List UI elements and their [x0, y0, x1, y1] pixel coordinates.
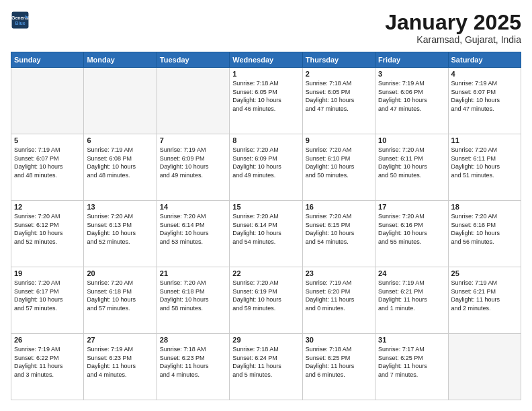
month-title: January 2025 — [385, 11, 521, 34]
week-row-4: 19Sunrise: 7:20 AM Sunset: 6:17 PM Dayli… — [11, 267, 521, 334]
day-info: Sunrise: 7:20 AM Sunset: 6:15 PM Dayligh… — [306, 212, 372, 246]
day-info: Sunrise: 7:20 AM Sunset: 6:16 PM Dayligh… — [451, 212, 518, 246]
cell-w2-d2: 7Sunrise: 7:19 AM Sunset: 6:09 PM Daylig… — [157, 134, 229, 201]
cell-w2-d1: 6Sunrise: 7:19 AM Sunset: 6:08 PM Daylig… — [84, 134, 157, 201]
cell-w4-d4: 23Sunrise: 7:19 AM Sunset: 6:20 PM Dayli… — [302, 267, 375, 334]
calendar-table: Sunday Monday Tuesday Wednesday Thursday… — [11, 52, 521, 400]
cell-w2-d4: 9Sunrise: 7:20 AM Sunset: 6:10 PM Daylig… — [302, 134, 375, 201]
day-number: 14 — [160, 203, 226, 211]
col-friday: Friday — [375, 52, 448, 68]
header-row: Sunday Monday Tuesday Wednesday Thursday… — [11, 52, 521, 68]
day-number: 24 — [378, 269, 445, 277]
cell-w4-d6: 25Sunrise: 7:19 AM Sunset: 6:21 PM Dayli… — [448, 267, 521, 334]
day-number: 17 — [378, 203, 445, 211]
day-info: Sunrise: 7:19 AM Sunset: 6:06 PM Dayligh… — [378, 79, 445, 113]
cell-w5-d3: 29Sunrise: 7:18 AM Sunset: 6:24 PM Dayli… — [230, 334, 302, 400]
day-number: 28 — [160, 336, 226, 344]
cell-w5-d6 — [448, 334, 521, 400]
day-info: Sunrise: 7:20 AM Sunset: 6:17 PM Dayligh… — [14, 279, 81, 312]
day-info: Sunrise: 7:20 AM Sunset: 6:19 PM Dayligh… — [232, 279, 299, 312]
cell-w2-d6: 11Sunrise: 7:20 AM Sunset: 6:11 PM Dayli… — [448, 134, 521, 201]
title-block: January 2025 Karamsad, Gujarat, India — [385, 11, 521, 45]
day-info: Sunrise: 7:19 AM Sunset: 6:09 PM Dayligh… — [160, 146, 226, 179]
cell-w4-d2: 21Sunrise: 7:20 AM Sunset: 6:18 PM Dayli… — [157, 267, 229, 334]
cell-w1-d2 — [157, 68, 229, 134]
week-row-3: 12Sunrise: 7:20 AM Sunset: 6:12 PM Dayli… — [11, 201, 521, 267]
day-info: Sunrise: 7:20 AM Sunset: 6:13 PM Dayligh… — [87, 212, 153, 246]
day-info: Sunrise: 7:20 AM Sunset: 6:10 PM Dayligh… — [306, 146, 372, 179]
col-sunday: Sunday — [11, 52, 84, 68]
day-info: Sunrise: 7:18 AM Sunset: 6:05 PM Dayligh… — [306, 79, 372, 113]
day-number: 12 — [14, 203, 81, 211]
cell-w2-d0: 5Sunrise: 7:19 AM Sunset: 6:07 PM Daylig… — [11, 134, 84, 201]
cell-w5-d0: 26Sunrise: 7:19 AM Sunset: 6:22 PM Dayli… — [11, 334, 84, 400]
day-number: 27 — [87, 336, 153, 344]
cell-w3-d0: 12Sunrise: 7:20 AM Sunset: 6:12 PM Dayli… — [11, 201, 84, 267]
day-number: 26 — [14, 336, 81, 344]
day-info: Sunrise: 7:20 AM Sunset: 6:14 PM Dayligh… — [232, 212, 299, 246]
cell-w2-d5: 10Sunrise: 7:20 AM Sunset: 6:11 PM Dayli… — [375, 134, 448, 201]
day-number: 1 — [232, 70, 299, 78]
day-number: 2 — [306, 70, 372, 78]
cell-w3-d6: 18Sunrise: 7:20 AM Sunset: 6:16 PM Dayli… — [448, 201, 521, 267]
day-info: Sunrise: 7:18 AM Sunset: 6:24 PM Dayligh… — [232, 345, 299, 379]
col-monday: Monday — [84, 52, 157, 68]
day-number: 30 — [306, 336, 372, 344]
day-number: 20 — [87, 269, 153, 277]
day-info: Sunrise: 7:20 AM Sunset: 6:14 PM Dayligh… — [160, 212, 226, 246]
day-number: 11 — [451, 136, 518, 144]
day-number: 21 — [160, 269, 226, 277]
col-thursday: Thursday — [302, 52, 375, 68]
cell-w5-d4: 30Sunrise: 7:18 AM Sunset: 6:25 PM Dayli… — [302, 334, 375, 400]
logo-icon: General Blue — [11, 11, 30, 30]
day-number: 29 — [232, 336, 299, 344]
cell-w1-d6: 4Sunrise: 7:19 AM Sunset: 6:07 PM Daylig… — [448, 68, 521, 134]
cell-w3-d2: 14Sunrise: 7:20 AM Sunset: 6:14 PM Dayli… — [157, 201, 229, 267]
cell-w5-d1: 27Sunrise: 7:19 AM Sunset: 6:23 PM Dayli… — [84, 334, 157, 400]
day-info: Sunrise: 7:20 AM Sunset: 6:11 PM Dayligh… — [451, 146, 518, 179]
day-info: Sunrise: 7:20 AM Sunset: 6:18 PM Dayligh… — [160, 279, 226, 312]
cell-w3-d3: 15Sunrise: 7:20 AM Sunset: 6:14 PM Dayli… — [230, 201, 302, 267]
cell-w1-d0 — [11, 68, 84, 134]
day-info: Sunrise: 7:19 AM Sunset: 6:07 PM Dayligh… — [14, 146, 81, 179]
cell-w5-d5: 31Sunrise: 7:17 AM Sunset: 6:25 PM Dayli… — [375, 334, 448, 400]
cell-w3-d5: 17Sunrise: 7:20 AM Sunset: 6:16 PM Dayli… — [375, 201, 448, 267]
day-number: 6 — [87, 136, 153, 144]
week-row-5: 26Sunrise: 7:19 AM Sunset: 6:22 PM Dayli… — [11, 334, 521, 400]
day-number: 19 — [14, 269, 81, 277]
day-info: Sunrise: 7:19 AM Sunset: 6:20 PM Dayligh… — [306, 279, 372, 312]
cell-w3-d4: 16Sunrise: 7:20 AM Sunset: 6:15 PM Dayli… — [302, 201, 375, 267]
cell-w1-d3: 1Sunrise: 7:18 AM Sunset: 6:05 PM Daylig… — [230, 68, 302, 134]
cell-w5-d2: 28Sunrise: 7:18 AM Sunset: 6:23 PM Dayli… — [157, 334, 229, 400]
cell-w4-d1: 20Sunrise: 7:20 AM Sunset: 6:18 PM Dayli… — [84, 267, 157, 334]
cell-w1-d1 — [84, 68, 157, 134]
day-number: 7 — [160, 136, 226, 144]
day-number: 10 — [378, 136, 445, 144]
day-info: Sunrise: 7:19 AM Sunset: 6:21 PM Dayligh… — [378, 279, 445, 312]
day-number: 25 — [451, 269, 518, 277]
day-number: 23 — [306, 269, 372, 277]
day-number: 5 — [14, 136, 81, 144]
day-info: Sunrise: 7:19 AM Sunset: 6:08 PM Dayligh… — [87, 146, 153, 179]
cell-w4-d0: 19Sunrise: 7:20 AM Sunset: 6:17 PM Dayli… — [11, 267, 84, 334]
week-row-1: 1Sunrise: 7:18 AM Sunset: 6:05 PM Daylig… — [11, 68, 521, 134]
col-wednesday: Wednesday — [230, 52, 302, 68]
day-info: Sunrise: 7:20 AM Sunset: 6:16 PM Dayligh… — [378, 212, 445, 246]
day-info: Sunrise: 7:18 AM Sunset: 6:05 PM Dayligh… — [232, 79, 299, 113]
cell-w4-d3: 22Sunrise: 7:20 AM Sunset: 6:19 PM Dayli… — [230, 267, 302, 334]
logo: General Blue — [11, 11, 30, 30]
day-info: Sunrise: 7:19 AM Sunset: 6:07 PM Dayligh… — [451, 79, 518, 113]
cell-w4-d5: 24Sunrise: 7:19 AM Sunset: 6:21 PM Dayli… — [375, 267, 448, 334]
day-number: 3 — [378, 70, 445, 78]
cell-w1-d4: 2Sunrise: 7:18 AM Sunset: 6:05 PM Daylig… — [302, 68, 375, 134]
day-info: Sunrise: 7:18 AM Sunset: 6:25 PM Dayligh… — [306, 345, 372, 379]
day-number: 8 — [232, 136, 299, 144]
day-info: Sunrise: 7:17 AM Sunset: 6:25 PM Dayligh… — [378, 345, 445, 379]
cell-w1-d5: 3Sunrise: 7:19 AM Sunset: 6:06 PM Daylig… — [375, 68, 448, 134]
cell-w2-d3: 8Sunrise: 7:20 AM Sunset: 6:09 PM Daylig… — [230, 134, 302, 201]
day-info: Sunrise: 7:18 AM Sunset: 6:23 PM Dayligh… — [160, 345, 226, 379]
day-number: 4 — [451, 70, 518, 78]
location: Karamsad, Gujarat, India — [385, 34, 521, 45]
day-info: Sunrise: 7:19 AM Sunset: 6:21 PM Dayligh… — [451, 279, 518, 312]
day-number: 22 — [232, 269, 299, 277]
